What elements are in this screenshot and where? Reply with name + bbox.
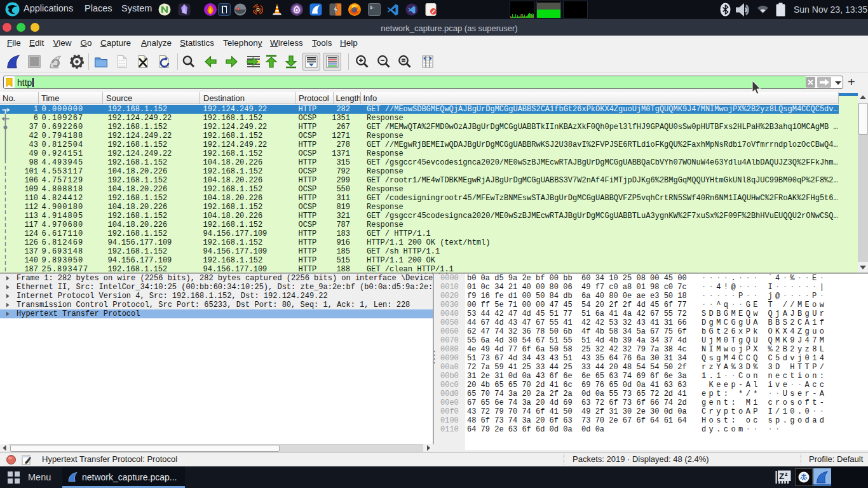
svg-text:Z: Z (779, 471, 784, 481)
svg-text:z: z (785, 471, 788, 477)
svg-text:$-: $- (370, 5, 375, 10)
svg-text:0110: 0110 (119, 62, 126, 65)
svg-text:0111: 0111 (119, 65, 126, 67)
svg-text:0101: 0101 (119, 59, 126, 62)
